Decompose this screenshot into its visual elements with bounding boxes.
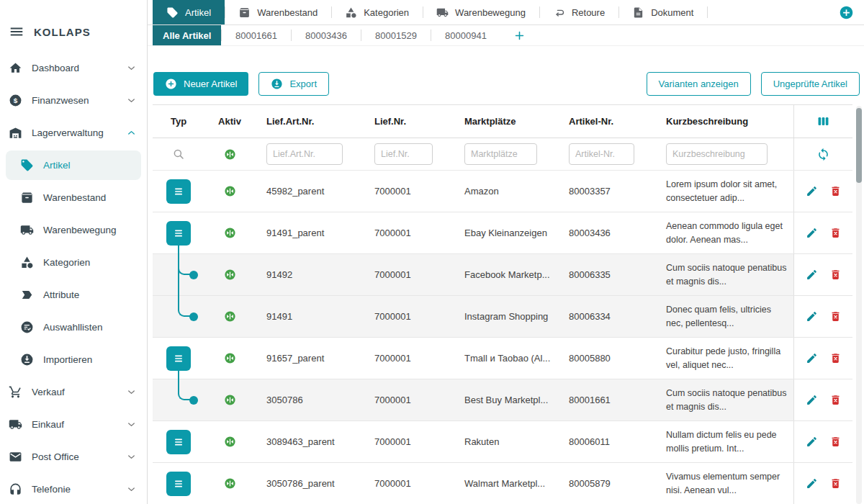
chevron-down-icon: [126, 63, 137, 73]
active-toggle-icon[interactable]: [224, 148, 236, 161]
delete-trash-icon[interactable]: [829, 185, 842, 197]
filter-input-lief-nr[interactable]: [374, 143, 433, 165]
sidebar-item-attribute[interactable]: Attribute: [0, 279, 147, 311]
delete-trash-icon[interactable]: [829, 227, 842, 239]
tabbar-spacer: [708, 0, 839, 24]
active-toggle-icon[interactable]: [224, 269, 236, 281]
chevron-down-icon: [126, 451, 137, 462]
kurzbeschreibung-cell: Donec quam felis, ultricies nec, pellent…: [654, 296, 793, 337]
active-toggle-icon[interactable]: [224, 394, 236, 406]
show-variants-button[interactable]: Varianten anzeigen: [647, 72, 751, 96]
home-icon: [9, 61, 22, 75]
subtab-80003436[interactable]: 80003436: [291, 25, 361, 45]
edit-pencil-icon[interactable]: [806, 227, 818, 239]
sidebar-item-lagerverwaltung[interactable]: Lagerverwaltung: [0, 117, 147, 149]
subtab-label: 80001529: [375, 30, 417, 41]
column-header-label: Lief.Art.Nr.: [266, 116, 314, 127]
shipping-icon: [20, 223, 34, 237]
sidebar-item-artikel[interactable]: Artikel: [6, 150, 141, 180]
marktplaetze-value: Facebook Marketp...: [464, 269, 550, 280]
sidebar-item-einkauf[interactable]: Einkauf: [0, 408, 147, 441]
sidebar-item-telefonie[interactable]: Telefonie: [0, 473, 147, 504]
subtab-alle-artikel[interactable]: Alle Artikel: [153, 25, 221, 45]
subtab-80001661[interactable]: 80001661: [221, 25, 291, 45]
actions-cell: [793, 463, 852, 504]
sidebar-item-finanzwesen[interactable]: $Finanzwesen: [0, 84, 147, 117]
active-toggle-icon[interactable]: [224, 477, 236, 490]
sidebar-item-verkauf[interactable]: Verkauf: [0, 376, 147, 408]
sidebar-item-importieren[interactable]: Importieren: [0, 343, 147, 376]
tab-warenbestand[interactable]: Warenbestand: [225, 0, 331, 24]
tab-kategorien[interactable]: Kategorien: [331, 0, 423, 24]
unchecked-articles-button[interactable]: Ungeprüfte Artikel: [761, 72, 860, 96]
filter-input-marktpl-tze[interactable]: [464, 143, 537, 165]
typ-cell: [153, 212, 204, 253]
edit-pencil-icon[interactable]: [806, 269, 818, 281]
delete-trash-icon[interactable]: [829, 477, 842, 490]
variant-list-button[interactable]: [166, 179, 191, 204]
menu-icon[interactable]: [9, 24, 24, 40]
list-icon: [171, 226, 186, 240]
delete-trash-icon[interactable]: [829, 436, 842, 448]
tab-label: Warenbestand: [257, 7, 318, 18]
filter-input-kurzbeschreibung[interactable]: [666, 143, 768, 165]
refresh-icon[interactable]: [816, 148, 830, 161]
sidebar-item-label: Kategorien: [43, 257, 137, 268]
sidebar-item-auswahllisten[interactable]: Auswahllisten: [0, 311, 147, 343]
edit-pencil-icon[interactable]: [806, 185, 818, 197]
new-article-label: Neuer Artikel: [184, 78, 237, 89]
subtab-80001529[interactable]: 80001529: [361, 25, 431, 45]
sidebar-item-warenbestand[interactable]: Warenbestand: [0, 181, 147, 214]
tab-retoure[interactable]: Retoure: [539, 0, 618, 24]
edit-pencil-icon[interactable]: [806, 394, 818, 406]
marktplaetze-cell: Ebay Kleinanzeigen: [453, 212, 557, 253]
edit-pencil-icon[interactable]: [806, 352, 818, 364]
active-toggle-icon[interactable]: [224, 310, 236, 323]
lief-nr-cell: 7000001: [363, 296, 453, 337]
column-header-label: Typ: [171, 116, 186, 127]
artikel-nr-cell: 80001661: [557, 379, 654, 420]
tab-artikel[interactable]: Artikel: [153, 0, 225, 24]
variant-list-button[interactable]: [166, 472, 191, 496]
category-icon: [345, 6, 357, 19]
filter-input-lief-art-nr[interactable]: [266, 143, 343, 165]
active-toggle-icon[interactable]: [224, 185, 236, 197]
svg-text:$: $: [14, 96, 18, 104]
filter-input-artikel-nr[interactable]: [569, 143, 634, 165]
delete-trash-icon[interactable]: [829, 394, 842, 406]
variant-list-button[interactable]: [166, 221, 191, 246]
edit-pencil-icon[interactable]: [806, 436, 818, 448]
export-button[interactable]: Export: [258, 72, 329, 96]
delete-trash-icon[interactable]: [829, 310, 842, 323]
active-toggle-icon[interactable]: [224, 352, 236, 364]
sidebar-item-warenbewegung[interactable]: Warenbewegung: [0, 214, 147, 246]
new-article-button[interactable]: Neuer Artikel: [153, 72, 248, 96]
tab-warenbewegung[interactable]: Warenbewegung: [423, 0, 539, 24]
lief-nr-value: 7000001: [374, 436, 411, 447]
sidebar-item-kategorien[interactable]: Kategorien: [0, 246, 147, 279]
edit-pencil-icon[interactable]: [806, 310, 818, 323]
active-toggle-icon[interactable]: [224, 436, 236, 448]
active-toggle-icon[interactable]: [224, 227, 236, 239]
artikel-nr-cell: 80005879: [557, 463, 654, 504]
lief-nr-value: 7000001: [374, 395, 411, 405]
add-tab-button[interactable]: [839, 5, 854, 20]
unchecked-articles-label: Ungeprüfte Artikel: [773, 78, 847, 89]
chevron-down-icon: [126, 484, 137, 495]
actions-cell: [793, 212, 852, 253]
scrollbar-thumb[interactable]: [856, 108, 862, 183]
add-subtab-button[interactable]: [500, 25, 538, 45]
sidebar-item-post-office[interactable]: Post Office: [0, 441, 147, 473]
columns-icon[interactable]: [816, 114, 830, 128]
table-row: 3089463_parent7000001Rakuten80006011Null…: [153, 421, 852, 463]
tab-dokument[interactable]: Dokument: [618, 0, 707, 24]
variant-list-button[interactable]: [166, 430, 191, 454]
tab-label: Dokument: [651, 7, 693, 18]
tab-label: Warenbewegung: [455, 7, 526, 18]
delete-trash-icon[interactable]: [829, 352, 842, 364]
subtab-80000941[interactable]: 80000941: [431, 25, 500, 45]
variant-list-button[interactable]: [166, 346, 191, 371]
edit-pencil-icon[interactable]: [806, 477, 818, 490]
delete-trash-icon[interactable]: [829, 269, 842, 281]
sidebar-item-dashboard[interactable]: Dashboard: [0, 52, 147, 84]
